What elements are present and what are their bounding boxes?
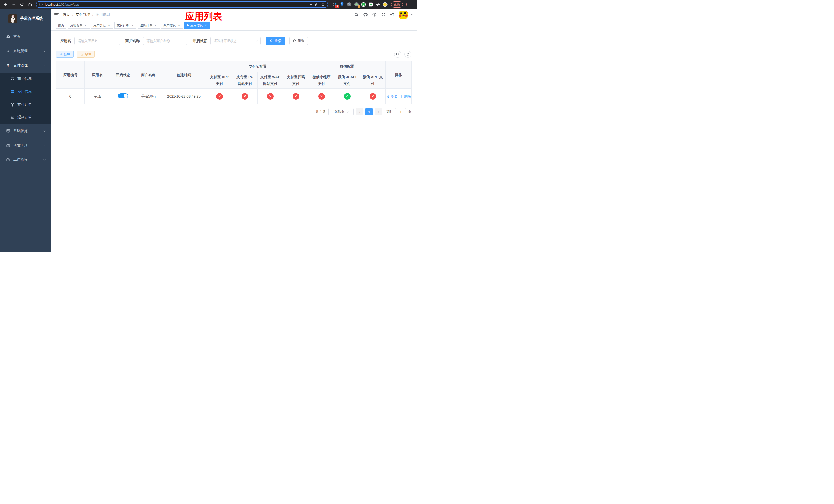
refresh-table-button[interactable]	[404, 51, 411, 58]
proxy-badge: 1	[357, 5, 360, 8]
chat-extension-icon[interactable]	[368, 2, 373, 7]
avatar-dropdown-caret-icon[interactable]	[410, 14, 413, 15]
sidebar-item-infra[interactable]: 基础设施	[0, 124, 50, 138]
merchant-name-input[interactable]	[143, 37, 187, 45]
sidebar-logo[interactable]: 芋道管理系统	[0, 9, 50, 29]
close-icon[interactable]: ×	[177, 24, 181, 27]
breadcrumb-payment[interactable]: 支付管理	[76, 12, 90, 17]
browser-update-button[interactable]: 更新	[391, 1, 403, 8]
sidebar-item-payment[interactable]: ¥ 支付管理	[0, 58, 50, 72]
fullscreen-icon[interactable]	[381, 12, 386, 17]
sidebar-item-app-info[interactable]: 应用信息	[0, 85, 50, 98]
svg-text:y: y	[363, 3, 365, 6]
cell-app-name: 芋道	[85, 89, 110, 104]
close-icon[interactable]: ×	[154, 24, 157, 27]
edit-link[interactable]: 修改	[387, 94, 397, 99]
status-icon: ✕	[293, 93, 299, 100]
col-alipay-wap: 支付宝 WAP 网站支付	[258, 72, 283, 89]
search-icon[interactable]	[354, 12, 359, 17]
tab-user-group[interactable]: 用户分组×	[91, 22, 113, 29]
bookmark-star-icon[interactable]	[321, 2, 325, 7]
github-icon[interactable]	[363, 12, 368, 17]
sidebar-item-dev-tools[interactable]: 研发工具	[0, 138, 50, 153]
sidebar-item-label: 研发工具	[13, 143, 28, 148]
cell-wechat-jsapi-status: ✓	[334, 89, 360, 104]
url-text[interactable]: localhost:1024/pay/app	[45, 3, 79, 6]
browser-forward-icon[interactable]	[10, 1, 17, 8]
status-icon: ✕	[318, 93, 325, 100]
share-icon[interactable]	[315, 2, 319, 6]
tab-pay-orders[interactable]: 支付订单×	[114, 22, 136, 29]
sidebar-item-label: 首页	[13, 35, 21, 39]
show-search-toggle-button[interactable]	[394, 51, 401, 58]
export-button[interactable]: 导出	[77, 50, 95, 58]
help-icon[interactable]	[372, 12, 377, 17]
briefcase-icon	[6, 143, 11, 147]
briefcase-icon	[6, 158, 11, 162]
col-ops: 操作	[386, 61, 412, 89]
svg-text:T: T	[390, 14, 392, 17]
status-icon: ✕	[242, 93, 248, 100]
cell-app-id: 6	[57, 89, 85, 104]
font-size-icon[interactable]: TT	[390, 12, 395, 17]
user-avatar[interactable]	[399, 10, 408, 19]
breadcrumb-home[interactable]: 首页	[63, 12, 70, 17]
page-size-select[interactable]: 10条/页	[328, 108, 354, 115]
tab-merchant-info[interactable]: 商户信息×	[161, 22, 183, 29]
tags-view-bar: 首页 流程表单× 用户分组× 支付订单× 退款订单× 商户信息× 应用信息×	[50, 21, 417, 30]
browser-back-icon[interactable]	[2, 1, 9, 8]
enabled-toggle[interactable]	[118, 93, 128, 98]
sidebar-item-merchant-info[interactable]: 商户信息	[0, 72, 50, 85]
browser-home-icon[interactable]	[27, 1, 33, 8]
tab-process-form[interactable]: 流程表单×	[68, 22, 90, 29]
page-1-button[interactable]: 1	[366, 108, 373, 115]
next-page-button[interactable]: ›	[375, 108, 382, 115]
browser-reload-icon[interactable]	[19, 1, 25, 8]
grid-table-icon	[10, 90, 15, 94]
add-button[interactable]: 新增	[56, 50, 73, 58]
tab-refund-orders[interactable]: 退款订单×	[138, 22, 160, 29]
yen-icon: ¥	[6, 63, 11, 68]
plus-icon	[60, 53, 63, 55]
col-group-wechat: 微信配置	[309, 61, 386, 72]
close-icon[interactable]: ×	[131, 24, 134, 27]
browser-toolbar: localhost:1024/pay/app 10 ⌘ 1 y	[0, 0, 417, 9]
adblock-extension-icon[interactable]: 10	[332, 2, 337, 7]
cell-wechat-lite-status: ✕	[309, 89, 334, 104]
app-title: 芋道管理系统	[20, 16, 43, 21]
proxy-extension-icon[interactable]: 1	[354, 2, 359, 7]
balloon-extension-icon[interactable]	[339, 2, 345, 7]
table-row: 6 芋道 芋道源码 2021-10-23 08:49:25 ✕ ✕ ✕ ✕ ✕ …	[57, 89, 412, 104]
table-toolbar: 新增 导出	[56, 50, 411, 58]
sidebar-item-refund-orders[interactable]: 退款订单	[0, 111, 50, 124]
sidebar-item-home[interactable]: 首页	[0, 29, 50, 44]
status-select[interactable]	[210, 37, 261, 45]
close-icon[interactable]: ×	[204, 24, 208, 27]
address-bar[interactable]: localhost:1024/pay/app	[36, 1, 328, 8]
reset-button[interactable]: 重置	[289, 37, 308, 45]
search-button[interactable]: 搜索	[266, 37, 285, 45]
site-info-icon[interactable]	[39, 3, 43, 6]
payment-submenu: 商户信息 应用信息 支付订单 退款订单	[0, 72, 50, 124]
cell-merchant: 芋道源码	[136, 89, 161, 104]
sidebar-item-pay-orders[interactable]: 支付订单	[0, 98, 50, 111]
tab-home[interactable]: 首页	[56, 22, 66, 29]
app-name-label: 应用名	[60, 39, 71, 43]
puzzle-extensions-menu-icon[interactable]	[375, 2, 380, 7]
profile-avatar-icon[interactable]	[382, 2, 388, 7]
goto-label: 前往	[387, 110, 393, 114]
delete-link[interactable]: 删除	[400, 94, 411, 99]
password-key-icon[interactable]	[308, 2, 313, 7]
sidebar-item-system[interactable]: 系统管理	[0, 44, 50, 58]
tab-app-info[interactable]: 应用信息×	[184, 22, 210, 29]
sidebar-fold-icon[interactable]	[54, 13, 59, 17]
goto-page-input[interactable]	[395, 108, 406, 115]
y-extension-icon[interactable]: y	[361, 2, 366, 7]
sidebar-item-workflow[interactable]: 工作流程	[0, 153, 50, 167]
app-name-input[interactable]	[74, 37, 120, 45]
close-icon[interactable]: ×	[107, 24, 111, 27]
command-extension-icon[interactable]: ⌘	[347, 2, 352, 7]
prev-page-button[interactable]: ‹	[356, 108, 363, 115]
browser-menu-icon[interactable]	[406, 3, 407, 6]
close-icon[interactable]: ×	[84, 24, 87, 27]
